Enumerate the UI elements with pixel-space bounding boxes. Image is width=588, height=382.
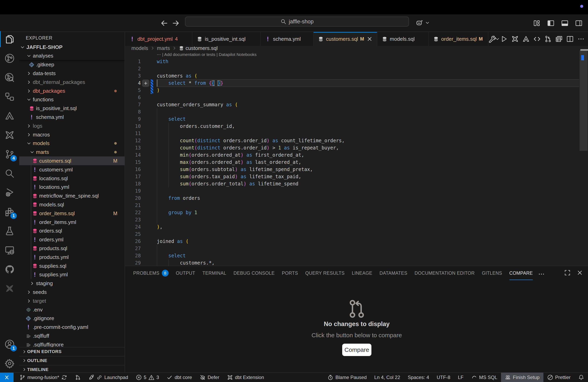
- chevron-down-icon[interactable]: [495, 36, 500, 41]
- more-actions-icon[interactable]: [577, 35, 585, 43]
- tree-file-schema.yml[interactable]: !schema.yml: [19, 113, 125, 121]
- tree-file-customers.sql[interactable]: customers.sqlM: [19, 156, 125, 165]
- panel-tab-datamates[interactable]: DATAMATES: [379, 266, 407, 280]
- status-cursor-position[interactable]: Ln 4, Col 22: [370, 373, 404, 382]
- panel-tab-compare[interactable]: COMPARE: [509, 266, 533, 280]
- activity-bar-item-source-control[interactable]: 4: [0, 145, 19, 164]
- customize-layout-button[interactable]: [532, 19, 541, 28]
- status-defer[interactable]: Defer: [196, 373, 223, 382]
- tree-folder-models[interactable]: models: [19, 139, 125, 148]
- tree-folder-dbt-internal-packages[interactable]: dbt_internal_packages: [19, 78, 125, 87]
- tree-file-.sqlfluffignore[interactable]: .sqlfluffignore: [19, 340, 125, 347]
- section-header-timeline[interactable]: TIMELINE: [19, 365, 125, 372]
- tree-folder-marts[interactable]: marts: [19, 148, 125, 157]
- git-compare-icon[interactable]: [544, 35, 552, 43]
- maximize-panel-icon[interactable]: [564, 269, 571, 276]
- tree-file-orders.sql[interactable]: orders.sql: [19, 227, 125, 235]
- activity-bar-item-remote-explorer[interactable]: [0, 241, 19, 260]
- tree-folder-target[interactable]: target: [19, 296, 125, 305]
- panel-tab-lineage[interactable]: LINEAGE: [352, 266, 372, 280]
- codelens-actions[interactable]: ⋯ | Add documentation or tests | Datapil…: [157, 52, 257, 57]
- tree-folder-seeds[interactable]: seeds: [19, 288, 125, 296]
- tree-file-.gitignore[interactable]: .gitignore: [19, 314, 125, 323]
- editor-tab-dbt-project.yml[interactable]: !dbt_project.yml4: [125, 32, 192, 46]
- status-remote[interactable]: [0, 373, 14, 382]
- activity-bar-item-run-debug[interactable]: [0, 183, 19, 202]
- tree-file-locations.yml[interactable]: !locations.yml: [19, 183, 125, 191]
- status-language-mode[interactable]: MS SQL: [467, 373, 501, 382]
- activity-bar-item-search[interactable]: [0, 164, 19, 183]
- tree-folder-dbt-packages[interactable]: dbt_packages: [19, 87, 125, 95]
- tree-file-locations.sql[interactable]: locations.sql: [19, 174, 125, 183]
- panel-tab-terminal[interactable]: TERMINAL: [202, 266, 226, 280]
- tree-file-products.yml[interactable]: !products.yml: [19, 253, 125, 262]
- status-encoding[interactable]: UTF-8: [433, 373, 454, 382]
- status-dbt-core[interactable]: dbt core: [163, 373, 196, 382]
- activity-bar-item-altimate[interactable]: [0, 106, 19, 125]
- tree-file-.sqlfluff[interactable]: .sqlfluff: [19, 331, 125, 340]
- navigate-back-button[interactable]: [160, 19, 169, 28]
- status-indentation[interactable]: Spaces: 4: [404, 373, 433, 382]
- panel-tab-problems[interactable]: PROBLEMS8: [133, 266, 168, 280]
- code-editor[interactable]: ⋯ | Add documentation or tests | Datapil…: [125, 51, 588, 266]
- tree-file-metricflow-time-spine.sql[interactable]: metricflow_time_spine.sql: [19, 191, 125, 200]
- toggle-primary-sidebar-button[interactable]: [546, 19, 555, 28]
- status-eol[interactable]: LF: [454, 373, 467, 382]
- status-git-graph[interactable]: [71, 373, 84, 382]
- activity-bar-item-dbt-dark[interactable]: [0, 279, 19, 298]
- activity-bar-item-extensions[interactable]: 1: [0, 202, 19, 221]
- editor-tab-is-positive-int.sql[interactable]: is_positive_int.sql: [192, 32, 261, 46]
- editor-tab-schema.yml[interactable]: !schema.yml: [261, 32, 314, 46]
- close-tab-icon[interactable]: [366, 36, 373, 42]
- panel-tab-gitlens[interactable]: GITLENS: [482, 266, 502, 280]
- status-finish-setup[interactable]: Finish Setup: [501, 373, 543, 382]
- activity-bar-item-dbt-power-user[interactable]: [0, 125, 19, 145]
- editor-tab-models.sql[interactable]: models.sql: [378, 32, 429, 46]
- status-dbt-extension[interactable]: dbt Extension: [223, 373, 268, 382]
- tree-file-is-positive-int.sql[interactable]: is_positive_int.sql: [19, 104, 125, 113]
- panel-tab-query-results[interactable]: QUERY RESULTS: [305, 266, 345, 280]
- tree-folder-functions[interactable]: functions: [19, 95, 125, 104]
- toggle-panel-button[interactable]: [560, 19, 569, 28]
- section-header-outline[interactable]: OUTLINE: [19, 356, 125, 365]
- panel-tab-documentation-editor[interactable]: DOCUMENTATION EDITOR: [415, 266, 475, 280]
- status-launchpad[interactable]: Launchpad: [84, 373, 132, 382]
- activity-bar-item-settings[interactable]: [0, 354, 19, 373]
- tree-file-supplies.yml[interactable]: !supplies.yml: [19, 270, 125, 279]
- tree-file-models.sql[interactable]: models.sql: [19, 200, 125, 209]
- compare-button[interactable]: Compare: [342, 344, 371, 356]
- activity-bar-item-lineage[interactable]: [0, 87, 19, 106]
- status-problems[interactable]: 53: [132, 373, 163, 382]
- panel-tab-debug-console[interactable]: DEBUG CONSOLE: [233, 266, 274, 280]
- activity-bar-item-accounts[interactable]: 1: [0, 335, 19, 354]
- panel-more-actions-icon[interactable]: [538, 270, 545, 278]
- scrollbar-slider[interactable]: [580, 50, 588, 151]
- tree-file-customers.yml[interactable]: !customers.yml: [19, 165, 125, 174]
- tree-folder-logs[interactable]: logs: [19, 121, 125, 130]
- tree-file-products.sql[interactable]: products.sql: [19, 244, 125, 253]
- editor-scrollbar[interactable]: [579, 46, 588, 266]
- tree-folder-data-tests[interactable]: data-tests: [19, 69, 125, 78]
- breadcrumb-models[interactable]: models: [131, 45, 148, 51]
- split-editor-icon[interactable]: [566, 35, 574, 43]
- editor-tab-order-items.sql[interactable]: order_items.sqlM: [429, 32, 488, 46]
- section-header-open-editors[interactable]: OPEN EDITORS: [19, 347, 125, 356]
- activity-bar-item-gitlens-inspect[interactable]: [0, 68, 19, 87]
- code-preview-icon[interactable]: [533, 35, 541, 43]
- tree-file-supplies.sql[interactable]: supplies.sql: [19, 262, 125, 270]
- tree-file-.gitkeep[interactable]: .gitkeep: [19, 60, 125, 69]
- dbt-power-user-icon[interactable]: [511, 35, 519, 43]
- panel-tab-output[interactable]: OUTPUT: [176, 266, 195, 280]
- status-notifications[interactable]: [574, 373, 588, 382]
- tree-folder-staging[interactable]: staging: [19, 279, 125, 288]
- status-prettier[interactable]: Prettier: [543, 373, 574, 382]
- status-blame[interactable]: Blame Paused: [324, 373, 370, 382]
- tree-file-orders.yml[interactable]: !orders.yml: [19, 235, 125, 244]
- add-gutter-button[interactable]: +: [142, 79, 149, 87]
- activity-bar-item-github[interactable]: [0, 260, 19, 279]
- tree-folder-jaffle-shop[interactable]: JAFFLE-SHOP: [19, 43, 125, 52]
- copilot-menu-button[interactable]: [416, 19, 430, 27]
- query-results-icon[interactable]: [555, 35, 563, 43]
- activity-bar-item-testing[interactable]: [0, 221, 19, 241]
- breadcrumb-marts[interactable]: marts: [157, 45, 170, 51]
